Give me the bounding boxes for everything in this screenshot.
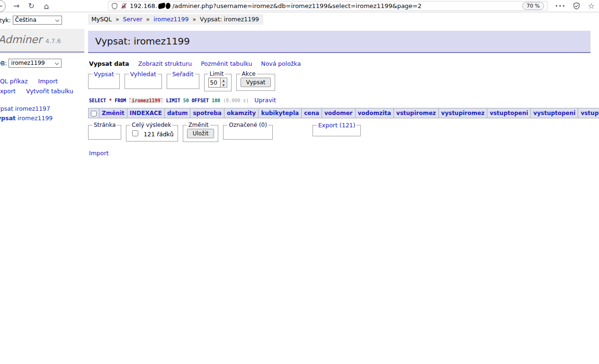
sidebar-table-item: vypsat iromez1197 bbox=[0, 104, 84, 114]
url-path: /adminer.php?username=iromez&db=iromez11… bbox=[172, 2, 421, 9]
column-header-cena[interactable]: cena bbox=[304, 110, 319, 116]
selected-fieldset: Označené (0) bbox=[223, 122, 272, 140]
db-label: DB: bbox=[0, 60, 7, 67]
breadcrumb-mysql: MySQL bbox=[91, 16, 112, 23]
select-all-label[interactable]: Změnit bbox=[102, 110, 125, 116]
footer-controls: Stránka Celý výsledek 121 řádků Změnit U… bbox=[88, 122, 590, 142]
db-select[interactable]: iromez1199 bbox=[9, 59, 62, 68]
column-header-kubikytepla[interactable]: kubikytepla bbox=[261, 110, 299, 116]
column-header-INDEXACE[interactable]: INDEXACE bbox=[130, 110, 162, 116]
column-header-vstupiromez[interactable]: vstupiromez bbox=[396, 110, 436, 116]
column-header-okamzity[interactable]: okamzity bbox=[227, 110, 256, 116]
language-select[interactable]: Čeština bbox=[13, 16, 62, 25]
sql-kw: FROM bbox=[115, 98, 126, 103]
modify-fieldset: Změnit Uložit bbox=[183, 122, 219, 142]
breadcrumb-db-link[interactable]: iromez1199 bbox=[153, 16, 188, 23]
whole-result-fieldset: Celý výsledek 121 řádků bbox=[126, 122, 178, 142]
insecure-padlock-icon[interactable] bbox=[121, 3, 127, 9]
sql-code: SELECT * FROM `iromez1199` LIMIT 50 OFFS… bbox=[89, 98, 249, 103]
sidebar-export-link[interactable]: Export bbox=[0, 88, 16, 95]
url-host: 192.168. bbox=[130, 2, 157, 9]
column-header-vstupvoda[interactable]: vstupvoda bbox=[581, 110, 599, 116]
sql-statement: SELECT * FROM `iromez1199` LIMIT 50 OFFS… bbox=[89, 97, 590, 104]
sidebar-create-table-link[interactable]: Vytvořit tabulku bbox=[26, 88, 73, 95]
language-label: Jazyk: bbox=[0, 17, 11, 24]
table-structure-link[interactable]: iromez1197 bbox=[15, 105, 50, 112]
browser-nav-icons: ← → ↻ ⌂ bbox=[0, 0, 108, 12]
tab-zobrazit-strukturu[interactable]: Zobrazit strukturu bbox=[138, 60, 192, 67]
browser-actions: ••• ☆ bbox=[555, 1, 595, 10]
sidebar-links: SQL příkazImport ExportVytvořit tabulku bbox=[0, 76, 84, 97]
row-count-label: 121 řádků bbox=[143, 131, 173, 138]
sidebar-table-list: vypsat iromez1197vypsat iromez1199 bbox=[0, 104, 84, 123]
whole-result-legend: Celý výsledek bbox=[130, 122, 172, 128]
chevron-down-icon bbox=[55, 61, 59, 65]
sql-tbl: `iromez1199` bbox=[129, 98, 163, 103]
sql-num: 50 bbox=[183, 98, 189, 103]
back-arrow-glyph: ← bbox=[0, 2, 3, 10]
page-title: Vypsat: iromez1199 bbox=[88, 31, 590, 53]
zoom-level-badge[interactable]: 70 % bbox=[522, 2, 544, 10]
db-selected-value: iromez1199 bbox=[11, 60, 45, 66]
page-fieldset: Stránka bbox=[88, 122, 121, 140]
search-toggle[interactable]: Vyhledat bbox=[130, 71, 156, 78]
breadcrumb-server-link[interactable]: Server bbox=[123, 16, 143, 23]
home-icon[interactable]: ⌂ bbox=[44, 2, 49, 10]
page-actions-icon[interactable]: ••• bbox=[555, 3, 565, 9]
shield-check-icon[interactable] bbox=[573, 2, 580, 9]
column-header-vodomer[interactable]: vodomer bbox=[324, 110, 352, 116]
column-header-vstuptopeni[interactable]: vstuptopeni bbox=[490, 110, 528, 116]
table-select-link[interactable]: vypsat bbox=[0, 105, 13, 112]
back-icon[interactable]: ← bbox=[0, 0, 6, 12]
tracking-protection-shield-icon[interactable] bbox=[111, 3, 118, 9]
limit-legend: Limit bbox=[208, 71, 225, 77]
limit-spinner[interactable]: ▲▼ bbox=[221, 78, 227, 88]
forward-icon[interactable]: → bbox=[13, 2, 19, 10]
bookmark-star-icon[interactable]: ☆ bbox=[588, 1, 594, 10]
breadcrumb-separator: » bbox=[116, 16, 119, 23]
column-header-datum[interactable]: datum bbox=[167, 110, 188, 116]
tab-vypsat-data[interactable]: Vypsat data bbox=[89, 60, 129, 67]
action-fieldset: Akce Vypsat bbox=[236, 71, 276, 91]
import-bottom-link[interactable]: Import bbox=[89, 150, 109, 157]
sidebar-import-link[interactable]: Import bbox=[38, 78, 58, 85]
redaction-scribble bbox=[165, 2, 171, 9]
breadcrumb-separator: » bbox=[192, 16, 196, 23]
sql-star: * bbox=[109, 98, 112, 103]
table-header-row: Změnit INDEXACEdatumspotrebaokamzitykubi… bbox=[89, 108, 599, 118]
browser-toolbar: ← → ↻ ⌂ 192.168. /adminer.php?username=i… bbox=[0, 0, 599, 12]
column-header-vystupiromez[interactable]: vystupiromez bbox=[441, 110, 485, 116]
breadcrumb-current: Vypsat: iromez1199 bbox=[200, 16, 259, 23]
table-structure-link[interactable]: iromez1199 bbox=[18, 115, 53, 122]
spinner-up-icon[interactable]: ▲ bbox=[221, 78, 227, 83]
limit-input[interactable] bbox=[208, 78, 221, 88]
select-all-checkbox[interactable] bbox=[91, 111, 97, 116]
query-controls: Vypsat Vyhledat Seřadit Limit ▲▼ Akce bbox=[88, 71, 590, 91]
result-table: Změnit INDEXACEdatumspotrebaokamzitykubi… bbox=[88, 108, 599, 118]
reload-icon[interactable]: ↻ bbox=[28, 2, 34, 10]
adminer-logo: Adminer 4.7.6 bbox=[0, 29, 84, 53]
column-header-vodomzita[interactable]: vodomzita bbox=[358, 110, 391, 116]
select-columns-toggle[interactable]: Vypsat bbox=[94, 71, 114, 78]
tab-pozm-nit-tabulku[interactable]: Pozměnit tabulku bbox=[201, 60, 252, 67]
export-toggle[interactable]: Export (121) bbox=[318, 122, 356, 129]
column-header-vystuptopeni[interactable]: vystuptopeni bbox=[533, 110, 575, 116]
save-button[interactable]: Uložit bbox=[187, 129, 215, 138]
vypsat-button[interactable]: Vypsat bbox=[241, 78, 271, 87]
whole-result-checkbox[interactable] bbox=[132, 130, 138, 136]
redaction-scribble bbox=[158, 2, 165, 9]
sidebar-sql-command-link[interactable]: SQL příkaz bbox=[0, 78, 28, 85]
main-content: MySQL » Server » iromez1199 » Vypsat: ir… bbox=[84, 12, 599, 364]
sql-edit-link[interactable]: Upravit bbox=[254, 97, 276, 104]
table-select-link[interactable]: vypsat bbox=[0, 115, 16, 122]
sort-toggle[interactable]: Seřadit bbox=[172, 71, 194, 78]
spinner-down-icon[interactable]: ▼ bbox=[221, 83, 227, 87]
breadcrumb: MySQL » Server » iromez1199 » Vypsat: ir… bbox=[88, 14, 263, 25]
page-legend: Stránka bbox=[92, 122, 117, 128]
adminer-logo-text[interactable]: Adminer bbox=[0, 34, 42, 45]
sql-time: (0.000 s) bbox=[223, 98, 249, 103]
column-header-spotreba[interactable]: spotreba bbox=[193, 110, 221, 116]
modify-legend: Změnit bbox=[187, 122, 210, 128]
tab-nov-polo-ka[interactable]: Nová položka bbox=[261, 60, 301, 67]
url-bar[interactable]: 192.168. /adminer.php?username=iromez&db… bbox=[108, 1, 547, 11]
